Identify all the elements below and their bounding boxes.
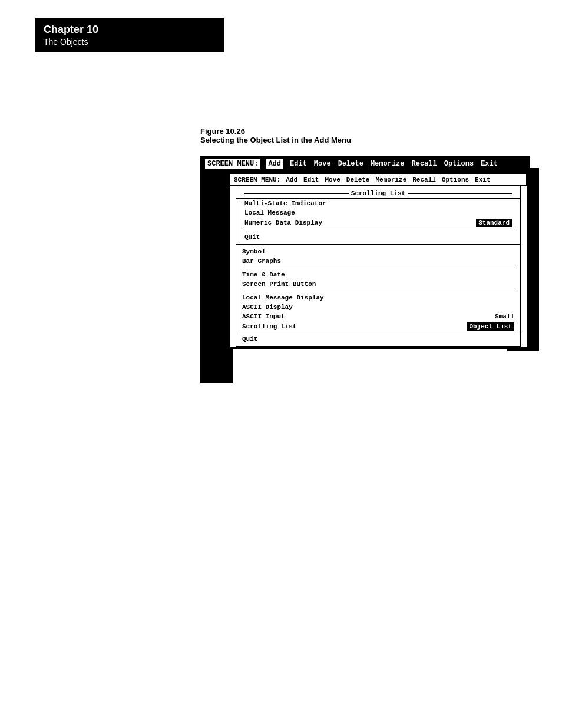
popup-item-multi-state-label: Multi-State Indicator: [244, 200, 326, 207]
main-menu-ascii-input[interactable]: ASCII Input Small: [236, 312, 520, 321]
figure-label: Figure 10.26 Selecting the Object List i…: [200, 127, 351, 144]
inner-menu-edit[interactable]: Edit: [303, 176, 319, 183]
menu-item-delete[interactable]: Delete: [338, 160, 363, 168]
inner-menu-add[interactable]: Add: [286, 176, 297, 183]
popup-divider: [242, 230, 514, 230]
main-menu-divider-1: [242, 268, 514, 268]
menu-item-move[interactable]: Move: [314, 160, 331, 168]
screen-menu-label-top: SCREEN MENU:: [205, 159, 260, 169]
screen-menu-label-inner: SCREEN MENU:: [234, 176, 280, 183]
inner-menu-exit[interactable]: Exit: [475, 176, 490, 183]
main-menu-ascii-input-label: ASCII Input: [242, 313, 285, 320]
popup-item-numeric[interactable]: Numeric Data Display Standard: [236, 218, 520, 228]
figure-caption: Selecting the Object List in the Add Men…: [200, 136, 351, 144]
main-menu-screen-print[interactable]: Screen Print Button: [236, 279, 520, 289]
menu-bar-top: SCREEN MENU: Add Edit Move Delete Memori…: [200, 156, 530, 172]
chapter-title: The Objects: [44, 37, 216, 47]
menu-item-memorize[interactable]: Memorize: [371, 160, 405, 168]
main-menu-time-date[interactable]: Time & Date: [236, 270, 520, 279]
figure-number: Figure 10.26: [200, 127, 351, 136]
popup-item-numeric-badge: Standard: [476, 219, 512, 227]
screen-simulation: SCREEN MENU: Add Edit Move Delete Memori…: [200, 156, 530, 349]
main-menu-divider-2: [242, 291, 514, 291]
main-menu-ascii-display[interactable]: ASCII Display: [236, 302, 520, 312]
popup-title: Scrolling List: [236, 189, 520, 199]
inner-menu-options[interactable]: Options: [442, 176, 469, 183]
inner-menu-memorize[interactable]: Memorize: [375, 176, 406, 183]
popup-item-local-message-label: Local Message: [244, 209, 295, 216]
chapter-header: Chapter 10 The Objects: [35, 18, 224, 52]
menu-item-options[interactable]: Options: [444, 160, 474, 168]
main-menu-symbol[interactable]: Symbol: [236, 247, 520, 256]
main-menu-list: Symbol Bar Graphs Time & Date Screen Pri…: [236, 245, 521, 347]
inner-menu-move[interactable]: Move: [325, 176, 340, 183]
menu-item-exit[interactable]: Exit: [481, 160, 498, 168]
popup-quit[interactable]: Quit: [236, 232, 520, 242]
menu-item-add-highlight[interactable]: Add: [266, 159, 283, 169]
main-menu-scrolling-list[interactable]: Scrolling List Object List: [236, 321, 520, 332]
inner-menu-delete[interactable]: Delete: [346, 176, 370, 183]
main-menu-scrolling-list-badge: Object List: [467, 322, 514, 331]
popup-item-multi-state[interactable]: Multi-State Indicator: [236, 199, 520, 208]
popup-item-local-message[interactable]: Local Message: [236, 208, 520, 218]
chapter-number: Chapter 10: [44, 24, 216, 36]
menu-item-recall[interactable]: Recall: [411, 160, 437, 168]
inner-menu-recall[interactable]: Recall: [412, 176, 436, 183]
main-menu-ascii-input-badge: Small: [495, 313, 514, 320]
popup-item-numeric-label: Numeric Data Display: [244, 219, 322, 226]
main-menu-bar-graphs[interactable]: Bar Graphs: [236, 256, 520, 266]
screen-inner: SCREEN MENU: Add Edit Move Delete Memori…: [230, 174, 527, 347]
menu-bar-inner: SCREEN MENU: Add Edit Move Delete Memori…: [230, 174, 527, 186]
main-menu-local-msg-display[interactable]: Local Message Display: [236, 293, 520, 302]
menu-item-edit[interactable]: Edit: [290, 160, 307, 168]
main-menu-quit[interactable]: Quit: [236, 334, 520, 344]
main-menu-scrolling-list-label: Scrolling List: [242, 323, 296, 330]
scrolling-list-popup: Scrolling List Multi-State Indicator Loc…: [236, 186, 521, 245]
